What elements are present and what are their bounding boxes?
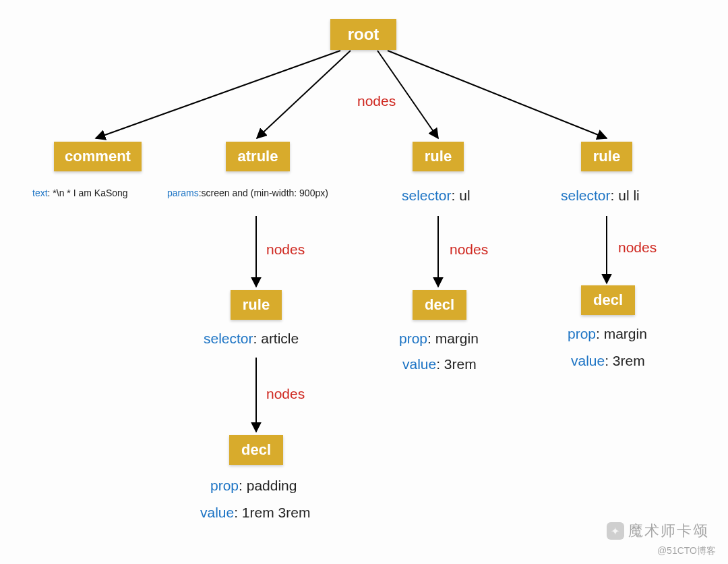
ann-rule-ulli-decl-value-value: : 3rem bbox=[605, 353, 645, 368]
node-rule-ulli-label: rule bbox=[593, 148, 620, 165]
ann-rule-ul-decl-prop: prop: margin bbox=[399, 331, 479, 347]
ann-rule-ul-decl-value-value: : 3rem bbox=[436, 356, 477, 372]
watermark-main: 魔术师卡颂 bbox=[628, 521, 709, 541]
edge-label-atrule: nodes bbox=[266, 242, 305, 258]
ann-atrule-rule-selector: selector: article bbox=[204, 331, 299, 347]
node-root-label: root bbox=[348, 25, 380, 44]
node-root: root bbox=[330, 19, 396, 50]
ann-rule-ulli-decl-prop-value: : margin bbox=[596, 326, 647, 341]
watermark-sub: @51CTO博客 bbox=[657, 545, 716, 557]
ann-rule-ulli-decl-value: value: 3rem bbox=[571, 353, 645, 369]
ann-rule-ulli-selector-key: selector bbox=[561, 188, 611, 203]
ann-rule-ul-selector-value: : ul bbox=[452, 188, 471, 203]
node-atrule-rule: rule bbox=[231, 290, 282, 320]
edge-label-atrule-rule: nodes bbox=[266, 386, 305, 402]
ann-rule-ul-decl-value: value: 3rem bbox=[402, 356, 477, 372]
node-atrule-decl-label: decl bbox=[241, 441, 271, 459]
ann-atrule-decl-prop: prop: padding bbox=[210, 478, 297, 494]
node-atrule-label: atrule bbox=[238, 148, 278, 165]
ann-atrule-decl-prop-value: : padding bbox=[239, 478, 297, 493]
node-rule-ul: rule bbox=[413, 142, 464, 171]
diagram-arrows bbox=[0, 0, 728, 564]
ann-rule-ul-decl-prop-value: : margin bbox=[427, 331, 479, 346]
edge-label-root: nodes bbox=[357, 93, 396, 109]
node-rule-ulli-decl: decl bbox=[581, 285, 635, 315]
ann-rule-ulli-decl-prop: prop: margin bbox=[568, 326, 647, 342]
node-atrule-rule-label: rule bbox=[243, 296, 270, 314]
edge-label-rule-ulli: nodes bbox=[618, 239, 657, 256]
node-rule-ul-label: rule bbox=[425, 148, 452, 165]
node-atrule: atrule bbox=[226, 142, 290, 171]
node-comment-label: comment bbox=[65, 148, 131, 165]
ann-rule-ulli-decl-value-key: value bbox=[571, 353, 605, 368]
wechat-icon: ✦ bbox=[607, 522, 624, 540]
ann-atrule-params-value: :screen and (min-width: 900px) bbox=[199, 188, 328, 198]
ann-atrule-decl-prop-key: prop bbox=[210, 478, 239, 493]
ann-rule-ulli-selector: selector: ul li bbox=[561, 188, 640, 204]
node-rule-ulli-decl-label: decl bbox=[593, 291, 623, 309]
diagram-stage: root nodes comment text: *\n * I am KaSo… bbox=[0, 0, 728, 564]
ann-atrule-decl-value-key: value bbox=[200, 505, 234, 520]
ann-rule-ulli-decl-prop-key: prop bbox=[568, 326, 596, 341]
node-atrule-decl: decl bbox=[229, 435, 283, 465]
node-rule-ulli: rule bbox=[581, 142, 632, 171]
ann-atrule-rule-selector-value: : article bbox=[253, 331, 299, 346]
node-rule-ul-decl-label: decl bbox=[425, 296, 454, 314]
ann-rule-ul-decl-prop-key: prop bbox=[399, 331, 427, 346]
ann-comment-text-value: : *\n * I am KaSong bbox=[48, 188, 128, 198]
ann-comment-text: text: *\n * I am KaSong bbox=[32, 188, 128, 198]
edge-label-rule-ul: nodes bbox=[450, 242, 488, 258]
ann-atrule-params-key: params bbox=[167, 188, 199, 198]
ann-rule-ulli-selector-value: : ul li bbox=[611, 188, 640, 203]
svg-line-3 bbox=[388, 51, 607, 138]
node-comment: comment bbox=[54, 142, 142, 171]
ann-comment-text-key: text bbox=[32, 188, 48, 198]
ann-atrule-decl-value: value: 1rem 3rem bbox=[200, 505, 310, 521]
ann-rule-ul-selector-key: selector bbox=[402, 188, 452, 203]
ann-rule-ul-selector: selector: ul bbox=[402, 188, 471, 204]
ann-atrule-rule-selector-key: selector bbox=[204, 331, 253, 346]
ann-atrule-decl-value-value: : 1rem 3rem bbox=[234, 505, 310, 520]
node-rule-ul-decl: decl bbox=[413, 290, 466, 320]
ann-rule-ul-decl-value-key: value bbox=[402, 356, 436, 372]
watermark: ✦ 魔术师卡颂 bbox=[607, 521, 709, 541]
ann-atrule-params: params:screen and (min-width: 900px) bbox=[167, 188, 328, 198]
